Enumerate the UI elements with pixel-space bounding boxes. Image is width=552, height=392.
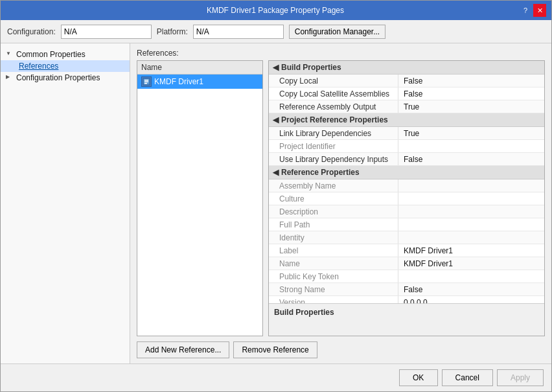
remove-reference-button[interactable]: Remove Reference xyxy=(233,341,317,358)
prop-copy-local-value[interactable]: False xyxy=(398,75,428,87)
close-button[interactable]: ✕ xyxy=(533,4,546,17)
prop-full-path: Full Path xyxy=(269,218,544,231)
prop-use-lib-dep-inputs-name: Use Library Dependency Inputs xyxy=(269,153,398,165)
prop-assembly-name: Assembly Name xyxy=(269,179,544,192)
prop-link-lib-deps-name: Link Library Dependencies xyxy=(269,127,398,139)
prop-link-lib-deps-value[interactable]: True xyxy=(398,127,424,139)
svg-rect-1 xyxy=(144,80,148,81)
section-project-ref-properties: ◀ Project Reference Properties xyxy=(269,113,544,127)
prop-ref-assembly-output: Reference Assembly Output True xyxy=(269,100,544,113)
sidebar-item-common-properties[interactable]: ▼ Common Properties xyxy=(1,49,130,60)
config-select[interactable]: N/A xyxy=(64,27,148,36)
references-header: References: xyxy=(130,43,551,60)
prop-public-key-token-value[interactable] xyxy=(398,270,409,282)
prop-strong-name: Strong Name False xyxy=(269,283,544,296)
prop-copy-local-satellite-name: Copy Local Satellite Assemblies xyxy=(269,87,398,100)
window-title: KMDF Driver1 Package Property Pages xyxy=(32,6,519,15)
dialog-window: KMDF Driver1 Package Property Pages ? ✕ … xyxy=(0,0,552,392)
references-content: Name KMDF Driver1 xyxy=(130,60,551,336)
svg-rect-2 xyxy=(144,82,148,83)
right-panel: References: Name xyxy=(130,43,551,363)
prop-strong-name-value[interactable]: False xyxy=(398,283,428,295)
prop-project-identifier-value[interactable] xyxy=(398,140,409,152)
platform-label: Platform: xyxy=(157,27,188,36)
main-content: ▼ Common Properties References ▶ Configu… xyxy=(1,43,551,363)
title-controls: ? ✕ xyxy=(519,4,546,17)
prop-name-value[interactable]: KMDF Driver1 xyxy=(398,257,458,270)
svg-rect-3 xyxy=(144,83,147,84)
references-header-text: References: xyxy=(137,49,179,58)
prop-version-value[interactable]: 0.0.0.0 xyxy=(398,296,433,303)
common-properties-label: Common Properties xyxy=(16,50,86,59)
prop-public-key-token: Public Key Token xyxy=(269,270,544,283)
collapse-icon-3: ◀ xyxy=(273,168,279,177)
prop-public-key-token-name: Public Key Token xyxy=(269,270,398,282)
collapse-icon-2: ◀ xyxy=(273,115,279,124)
add-new-reference-button[interactable]: Add New Reference... xyxy=(137,341,229,358)
section-label-2: Project Reference Properties xyxy=(281,115,388,124)
prop-label: Label KMDF Driver1 xyxy=(269,244,544,257)
config-properties-toggle-icon: ▶ xyxy=(6,74,14,82)
prop-culture: Culture xyxy=(269,192,544,205)
config-label: Configuration: xyxy=(7,27,56,36)
reference-list-panel: Name KMDF Driver1 xyxy=(137,60,263,336)
prop-culture-value[interactable] xyxy=(398,192,409,205)
prop-copy-local-satellite-value[interactable]: False xyxy=(398,87,428,100)
common-properties-toggle-icon: ▼ xyxy=(6,51,14,58)
sidebar-item-configuration-properties[interactable]: ▶ Configuration Properties xyxy=(1,72,130,84)
title-bar: KMDF Driver1 Package Property Pages ? ✕ xyxy=(1,1,551,20)
prop-name-row: Name KMDF Driver1 xyxy=(269,257,544,270)
ref-item-icon xyxy=(141,76,152,87)
prop-description-value[interactable] xyxy=(398,205,409,218)
prop-label-name: Label xyxy=(269,244,398,257)
prop-identity: Identity xyxy=(269,231,544,244)
prop-copy-local-name: Copy Local xyxy=(269,75,398,87)
ok-button[interactable]: OK xyxy=(399,369,438,386)
prop-use-lib-dep-inputs-value[interactable]: False xyxy=(398,153,428,165)
ref-buttons-bar: Add New Reference... Remove Reference xyxy=(130,336,551,363)
prop-strong-name-name: Strong Name xyxy=(269,283,398,295)
prop-description-name: Description xyxy=(269,205,398,218)
config-properties-label: Configuration Properties xyxy=(16,73,100,82)
properties-panel: ◀ Build Properties Copy Local False Copy… xyxy=(268,60,545,336)
prop-link-lib-deps: Link Library Dependencies True xyxy=(269,127,544,140)
config-bar: Configuration: N/A Platform: N/A Configu… xyxy=(1,20,551,43)
platform-select[interactable]: N/A xyxy=(196,27,281,36)
prop-project-identifier-name: Project Identifier xyxy=(269,140,398,152)
section-label-3: Reference Properties xyxy=(281,168,360,177)
section-reference-properties: ◀ Reference Properties xyxy=(269,166,544,179)
prop-ref-assembly-output-name: Reference Assembly Output xyxy=(269,100,398,113)
ref-item-label: KMDF Driver1 xyxy=(154,77,203,86)
prop-description: Description xyxy=(269,205,544,218)
prop-culture-name: Culture xyxy=(269,192,398,205)
ref-list-item[interactable]: KMDF Driver1 xyxy=(137,75,262,89)
prop-assembly-name-value[interactable] xyxy=(398,179,409,192)
config-manager-button[interactable]: Configuration Manager... xyxy=(289,25,385,39)
ref-list-header: Name xyxy=(137,61,262,75)
prop-identity-name: Identity xyxy=(269,231,398,244)
prop-assembly-name-name: Assembly Name xyxy=(269,179,398,192)
prop-full-path-value[interactable] xyxy=(398,218,409,231)
properties-table: ◀ Build Properties Copy Local False Copy… xyxy=(269,61,544,303)
prop-project-identifier: Project Identifier xyxy=(269,140,544,153)
prop-copy-local-satellite: Copy Local Satellite Assemblies False xyxy=(269,87,544,100)
prop-identity-value[interactable] xyxy=(398,231,409,244)
prop-label-value[interactable]: KMDF Driver1 xyxy=(398,244,458,257)
prop-version-name: Version xyxy=(269,296,398,303)
references-label: References xyxy=(19,62,58,71)
cancel-button[interactable]: Cancel xyxy=(442,369,493,386)
sidebar-item-references[interactable]: References xyxy=(1,60,130,72)
sidebar: ▼ Common Properties References ▶ Configu… xyxy=(1,43,130,363)
help-button[interactable]: ? xyxy=(519,4,532,17)
prop-ref-assembly-output-value[interactable]: True xyxy=(398,100,424,113)
prop-copy-local: Copy Local False xyxy=(269,75,544,87)
collapse-icon: ◀ xyxy=(273,63,279,72)
apply-button[interactable]: Apply xyxy=(497,369,544,386)
bottom-bar: OK Cancel Apply xyxy=(1,363,551,391)
section-label: Build Properties xyxy=(281,63,341,72)
platform-select-wrapper[interactable]: N/A xyxy=(193,25,284,39)
config-select-wrapper[interactable]: N/A xyxy=(61,25,152,39)
prop-version: Version 0.0.0.0 xyxy=(269,296,544,303)
prop-name-name: Name xyxy=(269,257,398,270)
prop-full-path-name: Full Path xyxy=(269,218,398,231)
